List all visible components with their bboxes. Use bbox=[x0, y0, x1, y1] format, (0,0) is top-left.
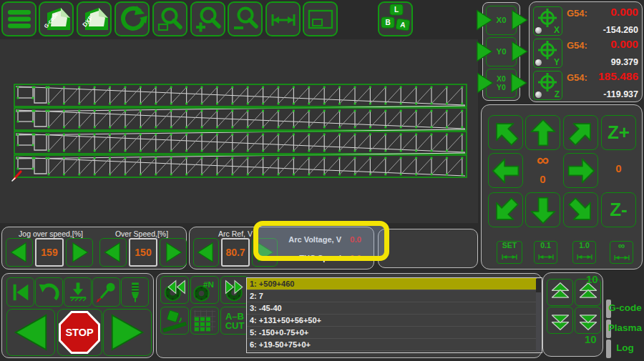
big-right-arrow-icon bbox=[106, 312, 149, 353]
work-area-button[interactable] bbox=[303, 1, 338, 36]
jog-over-speed-value[interactable]: 159 bbox=[35, 238, 64, 267]
work-coordinate-x: 0.000 bbox=[610, 6, 638, 19]
touch-off-button[interactable] bbox=[64, 277, 92, 307]
distance-icon bbox=[576, 250, 593, 263]
stop-label: STOP bbox=[65, 327, 93, 338]
zoom-out-icon bbox=[231, 5, 260, 34]
over-speed-increase-button[interactable] bbox=[160, 238, 187, 267]
over-speed-decrease-button[interactable] bbox=[99, 238, 127, 267]
arc-ref-value[interactable]: 80.7 bbox=[221, 238, 250, 267]
zoom-out-button[interactable] bbox=[228, 1, 263, 36]
over-speed-value[interactable]: 150 bbox=[129, 238, 157, 267]
zero-y-label: Y0 bbox=[496, 47, 506, 56]
step-continuous-button[interactable]: ∞ bbox=[610, 241, 633, 264]
gcode-list[interactable]: 1: +509+4602: 73: -45-404: +131+50+56+50… bbox=[246, 277, 542, 353]
probe-button[interactable] bbox=[92, 277, 120, 307]
stop-button[interactable]: STOP bbox=[57, 309, 102, 356]
measure-button[interactable] bbox=[265, 1, 301, 36]
forward-lines-button[interactable] bbox=[220, 276, 249, 304]
run-forward-button[interactable] bbox=[103, 309, 152, 356]
tab-gcode[interactable]: G-code bbox=[606, 302, 644, 313]
keyboard-shortcuts-button[interactable]: L B A bbox=[378, 1, 413, 36]
machine-coordinate-y: 99.379 bbox=[611, 57, 638, 67]
jog-over-speed-decrease-button[interactable] bbox=[6, 238, 33, 267]
gcode-line[interactable]: 4: +131+50+56+50+ bbox=[247, 315, 537, 327]
step-set-button[interactable]: SET bbox=[497, 241, 522, 264]
wcs-label: G54: bbox=[567, 72, 587, 83]
tab-log[interactable]: Log bbox=[606, 342, 644, 353]
goto-start-button[interactable] bbox=[6, 277, 34, 307]
scroll-up-button[interactable] bbox=[547, 279, 573, 306]
axis-letter: Z bbox=[555, 89, 560, 99]
highlight-annotation bbox=[253, 221, 389, 261]
zero-x-button[interactable]: X0 bbox=[486, 6, 517, 35]
jog-right-button[interactable] bbox=[563, 153, 598, 188]
zero-xy-button[interactable]: X0 Y0 bbox=[486, 69, 517, 98]
axis-x-target-button[interactable]: X bbox=[533, 6, 562, 36]
jog-up-left-button[interactable] bbox=[488, 115, 523, 150]
scroll-down-button[interactable] bbox=[547, 307, 573, 334]
arc-ref-decrease-button[interactable] bbox=[193, 238, 219, 267]
left-triangle-icon bbox=[507, 71, 529, 97]
ab-cut-button[interactable]: A–B CUT bbox=[220, 307, 249, 335]
menu-button[interactable] bbox=[1, 1, 36, 36]
jog-down-left-button[interactable] bbox=[488, 192, 523, 227]
tab-plasma[interactable]: Plasma bbox=[606, 322, 644, 333]
zero-y-button[interactable]: Y0 bbox=[486, 37, 517, 66]
fast-forward-icon bbox=[222, 278, 248, 302]
measure-icon bbox=[269, 5, 298, 34]
axis-y-target-button[interactable]: Y bbox=[533, 39, 562, 68]
step-set-label: SET bbox=[502, 242, 517, 249]
axis-z-target-button[interactable]: Z bbox=[533, 71, 562, 100]
dro-panel: X G54: 0.000 -154.260 Y G54: 0.000 99.37… bbox=[529, 1, 643, 102]
scrollbar-thumb[interactable] bbox=[536, 279, 541, 292]
rewind-lines-button[interactable] bbox=[160, 276, 189, 304]
gcode-line[interactable]: 1: +509+460 bbox=[247, 278, 537, 290]
jog-z-plus-button[interactable]: Z+ bbox=[601, 115, 636, 150]
left-triangle-icon bbox=[508, 39, 530, 65]
gcode-file-icon: G-code bbox=[42, 4, 72, 34]
run-backward-button[interactable] bbox=[6, 309, 55, 356]
goto-line-button[interactable]: #N bbox=[190, 276, 219, 304]
jog-down-right-button[interactable] bbox=[563, 192, 598, 227]
speed-panel: Jog over speed,[%] 159 Over Speed,[%] 15… bbox=[1, 227, 187, 269]
jog-down-button[interactable] bbox=[525, 192, 560, 227]
dro-row-y: Y G54: 0.000 99.379 bbox=[532, 38, 640, 69]
gcode-line[interactable]: 3: -45-40 bbox=[247, 302, 537, 315]
rotate-material-button[interactable] bbox=[160, 307, 189, 335]
jog-z-minus-button[interactable]: Z- bbox=[601, 192, 636, 227]
rotate-material-icon bbox=[162, 309, 187, 333]
undo-arrow-icon bbox=[38, 280, 61, 305]
jog-up-button[interactable] bbox=[525, 115, 560, 150]
gcode-line[interactable]: 6: +19-50+75+0+ bbox=[247, 339, 537, 351]
step-0-1-label: 0.1 bbox=[540, 242, 551, 249]
stop-sign: STOP bbox=[59, 311, 100, 354]
return-button[interactable] bbox=[35, 277, 63, 307]
gcode-line[interactable]: 2: 7 bbox=[247, 290, 537, 302]
work-area-icon bbox=[306, 5, 335, 34]
load-dxf-button[interactable]: DXF bbox=[77, 1, 112, 36]
wcs-label: G54: bbox=[567, 8, 587, 19]
toolpath-preview-canvas[interactable] bbox=[0, 39, 478, 223]
zero-panel: X0 Y0 X0 Y0 bbox=[482, 2, 520, 101]
gcode-line[interactable]: 5: -150+0-75+0+ bbox=[247, 327, 537, 339]
zoom-fit-button[interactable] bbox=[152, 1, 187, 36]
jog-over-speed-increase-button[interactable] bbox=[66, 238, 93, 267]
step-0-1-button[interactable]: 0.1 bbox=[534, 241, 557, 264]
right-triangle-icon bbox=[473, 8, 494, 34]
scroll-down-10-button[interactable] bbox=[575, 307, 601, 334]
step-1-0-button[interactable]: 1.0 bbox=[572, 241, 596, 264]
jog-up-right-button[interactable] bbox=[563, 115, 598, 150]
axis-letter: Y bbox=[554, 57, 560, 67]
gcode-list-scrollbar[interactable] bbox=[536, 279, 541, 352]
load-gcode-button[interactable]: G-code bbox=[39, 1, 74, 36]
keyboard-keys-icon: L B A bbox=[380, 3, 411, 36]
grid-nesting-button[interactable] bbox=[190, 307, 219, 335]
torch-button[interactable] bbox=[121, 277, 149, 307]
refresh-button[interactable] bbox=[114, 1, 150, 36]
zoom-in-button[interactable] bbox=[190, 1, 225, 36]
scroll-up-10-label: 10 bbox=[586, 273, 598, 285]
jog-left-button[interactable] bbox=[488, 153, 523, 188]
step-1-0-label: 1.0 bbox=[579, 242, 590, 249]
dro-row-z: Z G54: 185.486 -119.937 bbox=[532, 70, 640, 101]
